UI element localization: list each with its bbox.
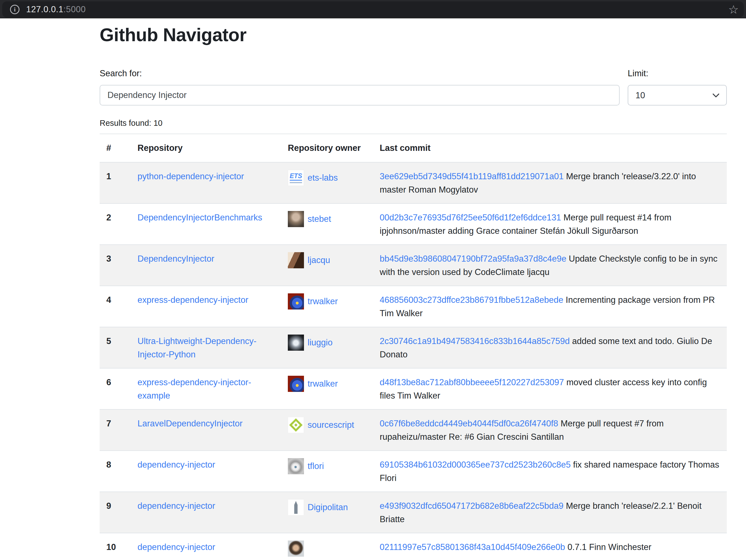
commit-cell: 468856003c273dffce23b86791fbbe512a8ebede… — [373, 286, 727, 327]
commit-hash-link[interactable]: 3ee629eb5d7349d55f41b119aff81dd219071a01 — [380, 172, 564, 181]
row-number: 10 — [99, 533, 131, 560]
commit-cell: d48f13be8ac712abf80bbeeee5f120227d253097… — [373, 368, 727, 409]
liuggio-photo — [288, 334, 304, 351]
commit-hash-link[interactable]: 2c30746c1a91b4947583416c833b1644a85c759d — [380, 336, 570, 346]
sourcescript-green-diamond-logo — [288, 417, 304, 433]
owner-link[interactable]: ljacqu — [308, 254, 330, 267]
row-number: 3 — [99, 245, 131, 286]
row-number: 2 — [99, 203, 131, 245]
digipolitan-spire-logo — [288, 499, 304, 515]
repo-link[interactable]: Ultra-Lightweight-Dependency-Injector-Py… — [138, 336, 256, 359]
table-row: 6 express-dependency-injector-example tr… — [99, 368, 727, 409]
owner-link[interactable]: trwalker — [308, 377, 338, 390]
row-number: 5 — [99, 327, 131, 368]
browser-toolbar: 127.0.0.1:5000 ☆ — [0, 0, 746, 18]
row-number: 9 — [99, 492, 131, 533]
owner-link[interactable]: ets-labs — [308, 171, 338, 184]
stebet-photo — [288, 211, 304, 227]
commit-hash-link[interactable]: 02111997e57c85801368f43a10d45f409e266e0b — [380, 542, 565, 552]
table-row: 2 DependencyInjectorBenchmarks stebet 00… — [99, 203, 727, 245]
row-number: 7 — [99, 409, 131, 451]
results-table: # Repository Repository owner Last commi… — [99, 134, 727, 560]
owner-cell: Digipolitan — [288, 499, 366, 515]
limit-label: Limit: — [628, 67, 727, 80]
repo-link[interactable]: DependencyInjectorBenchmarks — [138, 213, 262, 223]
commit-hash-link[interactable]: 00d2b3c7e76935d76f25ee50f6d1f2ef6ddce131 — [380, 213, 561, 223]
commit-cell: 0c67f6be8eddcd4449eb4044f5df0ca26f4740f8… — [373, 409, 727, 451]
table-body: 1 python-dependency-injector ets-labs 3e… — [99, 162, 727, 560]
header-last-commit: Last commit — [373, 134, 727, 162]
trwalker-ninja-avatar — [288, 376, 304, 392]
info-icon[interactable] — [10, 5, 20, 14]
owner-cell: FinnWinchester — [288, 540, 366, 560]
results-summary: Results found: 10 — [99, 117, 727, 129]
finnwinchester-photo — [288, 540, 304, 557]
commit-cell: 2c30746c1a91b4947583416c833b1644a85c759d… — [373, 327, 727, 368]
header-repository-owner: Repository owner — [281, 134, 373, 162]
repo-link[interactable]: dependency-injector — [138, 501, 215, 511]
row-number: 1 — [99, 162, 131, 203]
search-input[interactable] — [99, 85, 620, 106]
commit-message: 0.7.1 Finn Winchester — [565, 542, 651, 552]
repo-link[interactable]: DependencyInjector — [138, 254, 214, 264]
trwalker-ninja-avatar — [288, 293, 304, 310]
page-title: Github Navigator — [99, 24, 727, 46]
owner-cell: trwalker — [288, 293, 366, 310]
repo-link[interactable]: LaravelDependencyInjector — [138, 419, 242, 429]
owner-link[interactable]: stebet — [308, 212, 331, 226]
repo-link[interactable]: express-dependency-injector-example — [138, 377, 251, 401]
search-label: Search for: — [99, 67, 620, 80]
repo-link[interactable]: express-dependency-injector — [138, 295, 248, 305]
tflori-eye-photo — [288, 458, 304, 474]
owner-cell: trwalker — [288, 376, 366, 392]
table-row: 10 dependency-injector FinnWinchester 02… — [99, 533, 727, 560]
url-port: :5000 — [63, 4, 86, 14]
owner-cell: ets-labs — [288, 170, 366, 186]
row-number: 6 — [99, 368, 131, 409]
row-number: 8 — [99, 451, 131, 492]
owner-link[interactable]: FinnWinchester — [288, 558, 348, 560]
commit-hash-link[interactable]: 0c67f6be8eddcd4449eb4044f5df0ca26f4740f8 — [380, 419, 558, 429]
ljacqu-photo — [288, 252, 304, 268]
table-row: 9 dependency-injector Digipolitan e493f9… — [99, 492, 727, 533]
commit-hash-link[interactable]: 69105384b61032d000365ee737cd2523b260c8e5 — [380, 460, 571, 470]
header-repository: Repository — [131, 134, 281, 162]
search-form: Search for: Limit: 10 — [99, 67, 727, 106]
table-row: 7 LaravelDependencyInjector sourcescript… — [99, 409, 727, 451]
owner-cell: ljacqu — [288, 252, 366, 268]
commit-hash-link[interactable]: 468856003c273dffce23b86791fbbe512a8ebede — [380, 295, 564, 305]
header-number: # — [99, 134, 131, 162]
commit-hash-link[interactable]: e493f9032dfcd65047172b682e8b6eaf22c5bda9 — [380, 501, 564, 511]
commit-cell: 00d2b3c7e76935d76f25ee50f6d1f2ef6ddce131… — [373, 203, 727, 245]
url-text: 127.0.0.1:5000 — [26, 4, 86, 14]
owner-link[interactable]: trwalker — [308, 295, 338, 308]
table-row: 5 Ultra-Lightweight-Dependency-Injector-… — [99, 327, 727, 368]
commit-hash-link[interactable]: d48f13be8ac712abf80bbeeee5f120227d253097 — [380, 377, 564, 387]
owner-link[interactable]: liuggio — [308, 336, 333, 349]
table-row: 1 python-dependency-injector ets-labs 3e… — [99, 162, 727, 203]
page-content: Github Navigator Search for: Limit: 10 R… — [99, 18, 727, 560]
owner-link[interactable]: Digipolitan — [308, 501, 348, 514]
commit-cell: 02111997e57c85801368f43a10d45f409e266e0b… — [373, 533, 727, 560]
owner-link[interactable]: tflori — [308, 460, 324, 473]
table-row: 4 express-dependency-injector trwalker 4… — [99, 286, 727, 327]
commit-cell: e493f9032dfcd65047172b682e8b6eaf22c5bda9… — [373, 492, 727, 533]
repo-link[interactable]: dependency-injector — [138, 460, 215, 470]
owner-cell: liuggio — [288, 334, 366, 351]
owner-link[interactable]: sourcescript — [308, 418, 354, 432]
repo-link[interactable]: python-dependency-injector — [138, 172, 244, 181]
table-row: 8 dependency-injector tflori 69105384b61… — [99, 451, 727, 492]
owner-cell: tflori — [288, 458, 366, 474]
limit-select[interactable]: 10 — [628, 85, 727, 106]
commit-cell: 69105384b61032d000365ee737cd2523b260c8e5… — [373, 451, 727, 492]
repo-link[interactable]: dependency-injector — [138, 542, 215, 552]
commit-hash-link[interactable]: bb45d9e3b98608047190bf72a95fa9a37d8c4e9e — [380, 254, 567, 264]
commit-cell: bb45d9e3b98608047190bf72a95fa9a37d8c4e9e… — [373, 245, 727, 286]
star-bookmark-icon[interactable]: ☆ — [728, 3, 739, 17]
ets-labs-logo — [288, 170, 304, 186]
address-bar[interactable]: 127.0.0.1:5000 — [2, 1, 744, 18]
owner-cell: sourcescript — [288, 417, 366, 433]
owner-cell: stebet — [288, 211, 366, 227]
row-number: 4 — [99, 286, 131, 327]
table-row: 3 DependencyInjector ljacqu bb45d9e3b986… — [99, 245, 727, 286]
